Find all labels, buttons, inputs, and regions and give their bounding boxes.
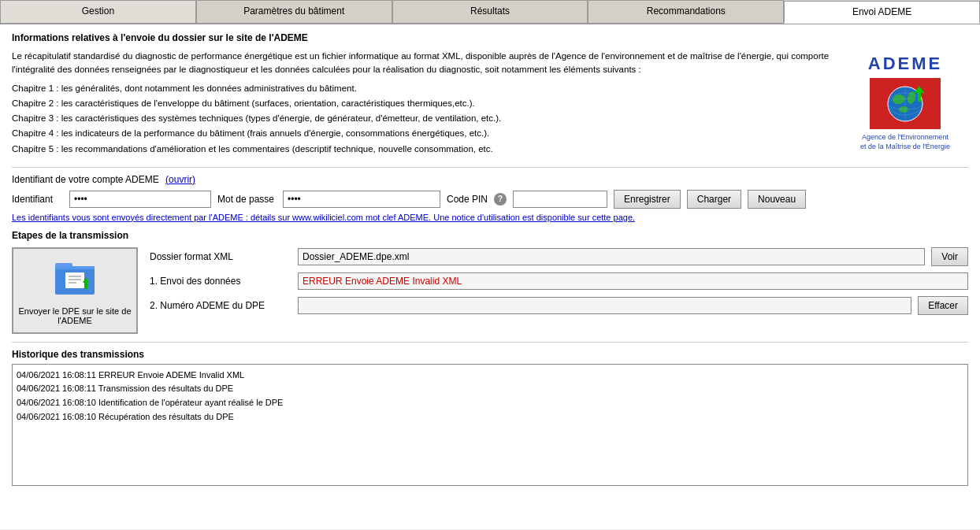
pin-label: Code PIN — [447, 194, 488, 205]
dossier-row: Dossier format XML Voir — [150, 247, 968, 266]
enregistrer-button[interactable]: Enregistrer — [614, 190, 681, 209]
historique-entry-0: 04/06/2021 16:08:11 ERREUR Envoie ADEME … — [17, 369, 963, 383]
historique-title: Historique des transmissions — [12, 349, 968, 360]
historique-entry-3: 04/06/2021 16:08:10 Récupération des rés… — [17, 410, 963, 424]
help-icon[interactable]: ? — [494, 193, 507, 206]
chapter-2: Chapitre 2 : les caractéristiques de l'e… — [12, 97, 834, 110]
historique-entry-2: 04/06/2021 16:08:10 Identification de l'… — [17, 396, 963, 410]
info-section: Le récapitulatif standardisé du diagnost… — [12, 50, 968, 158]
historique-section: Historique des transmissions 04/06/2021 … — [12, 342, 968, 486]
tab-gestion[interactable]: Gestion — [0, 0, 196, 23]
envoi-row: 1. Envoi des données — [150, 272, 968, 290]
dpe-button-label: Envoyer le DPE sur le site de l'ADEME — [13, 306, 136, 325]
dossier-label: Dossier format XML — [150, 251, 291, 262]
historique-box[interactable]: 04/06/2021 16:08:11 ERREUR Envoie ADEME … — [12, 364, 968, 486]
chapter-5: Chapitre 5 : les recommandations d'améli… — [12, 143, 834, 156]
link-info[interactable]: Les identifiants vous sont envoyés direc… — [12, 213, 968, 222]
page-title: Informations relatives à l'envoie du dos… — [12, 32, 968, 43]
dpe-send-button[interactable]: Envoyer le DPE sur le site de l'ADEME — [12, 247, 138, 334]
charger-button[interactable]: Charger — [687, 190, 741, 209]
chapter-3: Chapitre 3 : les caractéristiques des sy… — [12, 112, 834, 125]
chapters-list: Chapitre 1 : les généralités, dont notam… — [12, 82, 834, 156]
tab-envoi-ademe[interactable]: Envoi ADEME — [784, 1, 980, 24]
ademe-subtitle: Agence de l'Environnementet de la Maîtri… — [860, 133, 950, 151]
dossier-input[interactable] — [298, 248, 925, 265]
historique-entry-1: 04/06/2021 16:08:11 Transmission des rés… — [17, 382, 963, 396]
pwd-label: Mot de passe — [217, 194, 277, 205]
identifiant-form-row: Identifiant Mot de passe Code PIN ? Enre… — [12, 190, 968, 209]
main-content: Informations relatives à l'envoie du dos… — [0, 24, 980, 529]
voir-button[interactable]: Voir — [931, 247, 968, 266]
tab-resultats[interactable]: Résultats — [392, 0, 588, 23]
identifiant-title-text: Identifiant de votre compte ADEME — [12, 174, 159, 185]
ademe-logo: ADEME Agence de l'E — [842, 50, 968, 158]
etapes-content: Envoyer le DPE sur le site de l'ADEME Do… — [12, 247, 968, 334]
etapes-title: Etapes de la transmission — [12, 230, 968, 241]
nouveau-button[interactable]: Nouveau — [748, 190, 806, 209]
tab-parametres[interactable]: Paramètres du bâtiment — [196, 0, 392, 23]
id-input[interactable] — [69, 191, 211, 208]
effacer-button[interactable]: Effacer — [918, 296, 968, 315]
pin-input[interactable] — [513, 191, 607, 208]
dpe-icon — [51, 255, 98, 302]
etapes-section: Etapes de la transmission — [12, 230, 968, 334]
identifiant-title: Identifiant de votre compte ADEME (ouvri… — [12, 174, 968, 185]
numero-row: 2. Numéro ADEME du DPE Effacer — [150, 296, 968, 315]
numero-input[interactable] — [298, 297, 911, 314]
info-paragraph: Le récapitulatif standardisé du diagnost… — [12, 50, 834, 77]
chapter-1: Chapitre 1 : les généralités, dont notam… — [12, 82, 834, 95]
pwd-input[interactable] — [283, 191, 440, 208]
svg-rect-16 — [84, 283, 87, 289]
tab-recommandations[interactable]: Recommandations — [588, 0, 784, 23]
numero-label: 2. Numéro ADEME du DPE — [150, 300, 291, 311]
ademe-brand-title: ADEME — [868, 54, 942, 74]
steps-form: Dossier format XML Voir 1. Envoi des don… — [150, 247, 968, 321]
identifiant-section: Identifiant de votre compte ADEME (ouvri… — [12, 167, 968, 222]
svg-rect-10 — [55, 266, 95, 269]
tab-bar: Gestion Paramètres du bâtiment Résultats… — [0, 0, 980, 24]
envoi-input — [298, 272, 968, 290]
chapter-4: Chapitre 4 : les indicateurs de la perfo… — [12, 127, 834, 140]
id-label: Identifiant — [12, 194, 63, 205]
info-text: Le récapitulatif standardisé du diagnost… — [12, 50, 834, 158]
open-link[interactable]: (ouvrir) — [165, 174, 195, 185]
svg-rect-11 — [65, 272, 84, 288]
ademe-globe-image — [870, 78, 941, 129]
envoi-label: 1. Envoi des données — [150, 276, 291, 287]
